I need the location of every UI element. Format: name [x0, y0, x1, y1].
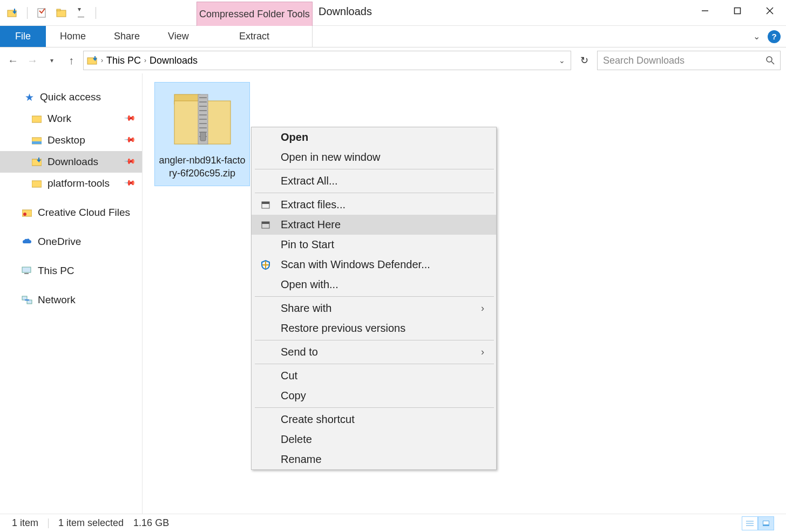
menu-open-new-window[interactable]: Open in new window [252, 147, 496, 167]
svg-rect-20 [22, 296, 27, 300]
menu-extract-files[interactable]: Extract files... [252, 195, 496, 215]
svg-point-17 [23, 213, 26, 216]
tab-share[interactable]: Share [100, 26, 154, 47]
search-icon[interactable] [766, 56, 775, 65]
view-details-button[interactable] [742, 516, 758, 530]
sidebar-quick-access[interactable]: ★ Quick access [0, 86, 142, 108]
navigation-pane: ★ Quick access Work 📌 Desktop 📌 Download… [0, 73, 143, 514]
file-item-zip[interactable]: angler-nbd91k-factory-6f206c95.zip [154, 82, 250, 186]
menu-restore-versions[interactable]: Restore previous versions [252, 318, 496, 338]
sidebar-item-label: This PC [38, 265, 74, 277]
chevron-right-icon[interactable]: › [101, 57, 103, 64]
menu-extract-all[interactable]: Extract All... [252, 171, 496, 191]
refresh-button[interactable]: ↻ [575, 51, 593, 70]
view-mode-toggles [742, 516, 774, 530]
breadcrumb-segment[interactable]: Downloads [150, 55, 198, 66]
pin-icon: 📌 [124, 154, 136, 167]
status-item-count: 1 item [12, 517, 38, 529]
svg-point-9 [767, 57, 772, 62]
address-dropdown-icon[interactable]: ⌄ [559, 56, 567, 65]
svg-rect-5 [735, 8, 741, 14]
separator [96, 7, 96, 19]
navigation-bar: ← → ▾ ↑ › This PC › Downloads ⌄ ↻ Search… [0, 47, 786, 73]
status-selected-size: 1.16 GB [133, 517, 169, 529]
folder-icon [31, 114, 42, 124]
menu-share-with[interactable]: Share with › [252, 298, 496, 318]
sidebar-item-desktop[interactable]: Desktop 📌 [0, 129, 142, 151]
sidebar-item-onedrive[interactable]: OneDrive [0, 231, 142, 253]
breadcrumb-segment[interactable]: This PC [106, 55, 141, 66]
context-menu: Open Open in new window Extract All... E… [251, 127, 497, 470]
menu-pin-to-start[interactable]: Pin to Start [252, 235, 496, 255]
pin-icon: 📌 [124, 111, 136, 124]
menu-rename[interactable]: Rename [252, 449, 496, 469]
sidebar-item-platform-tools[interactable]: platform-tools 📌 [0, 173, 142, 194]
address-bar[interactable]: › This PC › Downloads ⌄ [83, 51, 571, 70]
sidebar-item-label: platform-tools [48, 178, 110, 189]
file-name-label: angler-nbd91k-factory-6f206c95.zip [158, 154, 246, 180]
menu-separator [255, 193, 494, 193]
sidebar-item-this-pc[interactable]: This PC [0, 260, 142, 282]
menu-cut[interactable]: Cut [252, 366, 496, 386]
chevron-right-icon: › [481, 303, 484, 314]
folder-down-icon [87, 56, 98, 65]
menu-open[interactable]: Open [252, 127, 496, 147]
sidebar-item-label: OneDrive [38, 236, 81, 248]
folder-down-icon[interactable] [6, 7, 18, 19]
tab-home[interactable]: Home [46, 26, 100, 47]
sidebar-item-label: Quick access [40, 91, 101, 103]
menu-separator [255, 364, 494, 364]
ribbon-tabs: File Home Share View Extract ⌄ ? [0, 26, 786, 47]
tab-file[interactable]: File [0, 26, 46, 47]
svg-rect-16 [22, 210, 32, 216]
star-icon: ★ [24, 92, 35, 102]
svg-rect-11 [32, 116, 42, 122]
chevron-right-icon[interactable]: › [144, 57, 146, 64]
sidebar-item-creative-cloud[interactable]: Creative Cloud Files [0, 202, 142, 223]
nav-forward-button[interactable]: → [25, 53, 40, 68]
sidebar-item-label: Downloads [48, 156, 98, 168]
view-icons-button[interactable] [758, 516, 774, 530]
nav-history-dropdown[interactable]: ▾ [44, 53, 59, 68]
menu-create-shortcut[interactable]: Create shortcut [252, 410, 496, 429]
close-button[interactable] [754, 0, 786, 22]
menu-send-to[interactable]: Send to › [252, 342, 496, 362]
new-folder-icon[interactable] [56, 7, 67, 19]
properties-icon[interactable] [36, 7, 48, 19]
archive-icon [260, 200, 271, 210]
svg-rect-21 [27, 300, 32, 304]
ribbon-expand-icon[interactable]: ⌄ [753, 31, 760, 42]
menu-open-with[interactable]: Open with... [252, 275, 496, 295]
tab-extract[interactable]: Extract [196, 26, 313, 47]
qat-dropdown-icon[interactable]: ▾― [75, 7, 87, 19]
svg-rect-2 [57, 10, 66, 17]
contextual-tools-tab[interactable]: Compressed Folder Tools [196, 2, 313, 26]
svg-rect-19 [24, 273, 29, 274]
status-selected-count: 1 item selected [58, 517, 124, 529]
title-bar: ▾― Compressed Folder Tools Downloads [0, 0, 786, 26]
menu-copy[interactable]: Copy [252, 386, 496, 406]
sidebar-item-work[interactable]: Work 📌 [0, 108, 142, 129]
menu-scan-defender[interactable]: Scan with Windows Defender... [252, 255, 496, 275]
sidebar-item-downloads[interactable]: Downloads 📌 [0, 151, 142, 173]
help-button[interactable]: ? [768, 30, 781, 43]
pc-icon [22, 266, 32, 276]
sidebar-item-label: Work [48, 113, 71, 125]
nav-back-button[interactable]: ← [5, 53, 21, 68]
pin-icon: 📌 [124, 133, 136, 145]
desktop-icon [31, 135, 42, 145]
menu-delete[interactable]: Delete [252, 429, 496, 449]
menu-extract-here[interactable]: Extract Here [252, 215, 496, 235]
pin-icon: 📌 [124, 176, 136, 188]
maximize-button[interactable] [721, 0, 754, 22]
tab-view[interactable]: View [154, 26, 203, 47]
separator [48, 519, 49, 528]
svg-rect-18 [22, 267, 31, 272]
search-input[interactable]: Search Downloads [597, 51, 781, 70]
sidebar-item-label: Network [38, 294, 76, 306]
window-controls [689, 0, 786, 22]
nav-up-button[interactable]: ↑ [64, 53, 79, 68]
menu-separator [255, 296, 494, 297]
sidebar-item-network[interactable]: Network [0, 289, 142, 311]
minimize-button[interactable] [689, 0, 721, 22]
